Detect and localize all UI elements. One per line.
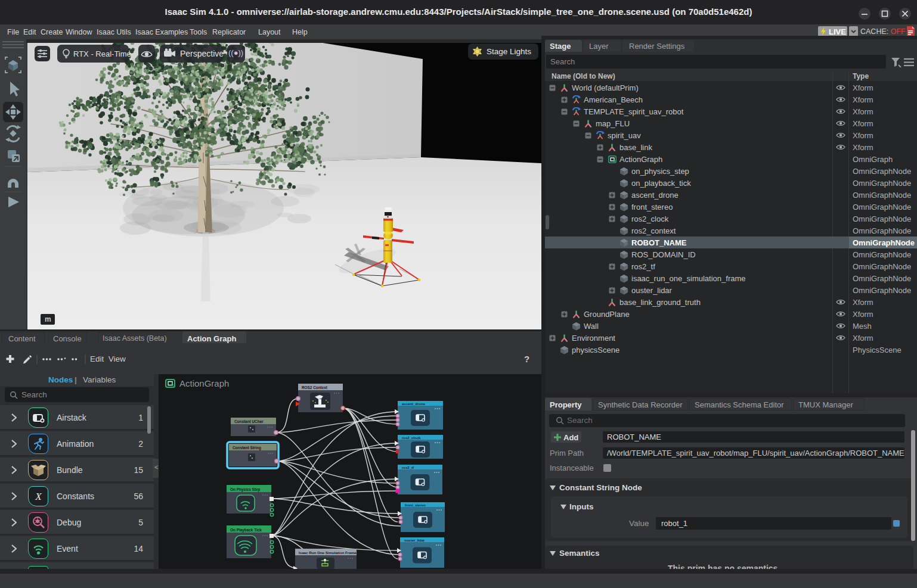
svg-text:ROS2 Context: ROS2 Context bbox=[302, 385, 328, 390]
svg-text:Isaac Run One Simulation Frame: Isaac Run One Simulation Frame bbox=[299, 550, 357, 555]
svg-text:front_stereo: front_stereo bbox=[405, 503, 426, 507]
svg-text:ouster_lidar: ouster_lidar bbox=[404, 539, 425, 542]
svg-text:X: X bbox=[35, 491, 42, 502]
svg-text:On Physics Step: On Physics Step bbox=[230, 487, 261, 492]
svg-text:Constant String: Constant String bbox=[233, 446, 261, 450]
svg-text:On Playback Tick: On Playback Tick bbox=[230, 528, 262, 533]
svg-text:ros2_clock: ros2_clock bbox=[402, 436, 421, 440]
svg-text:ascent_drone: ascent_drone bbox=[402, 402, 426, 406]
svg-text:ros2_tf: ros2_tf bbox=[402, 466, 414, 469]
svg-text:Constant UChar: Constant UChar bbox=[234, 419, 264, 424]
svg-text:ActionGraph: ActionGraph bbox=[179, 378, 229, 388]
